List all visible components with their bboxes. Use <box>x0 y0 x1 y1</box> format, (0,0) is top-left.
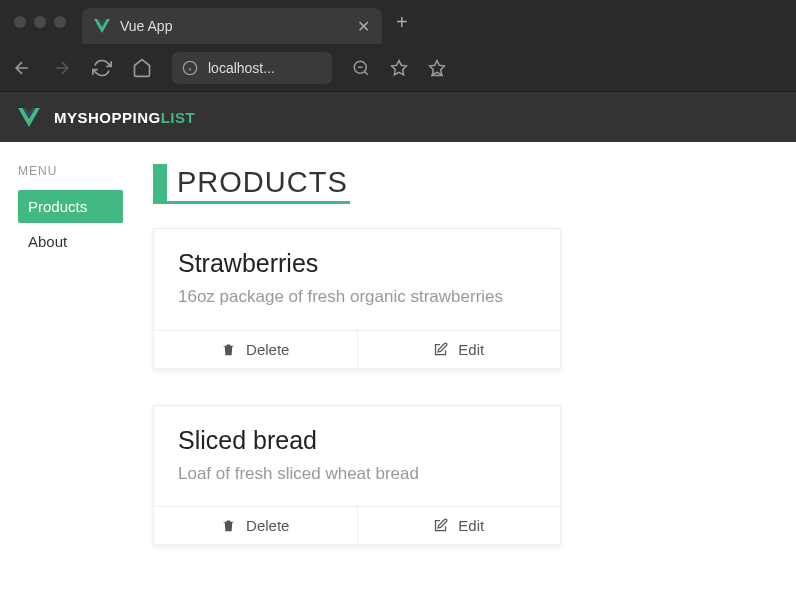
title-accent <box>153 164 167 201</box>
page-body: MENU Products About PRODUCTS Strawberrie… <box>0 142 796 594</box>
tab-bar: Vue App ✕ + <box>0 0 796 44</box>
reload-button[interactable] <box>92 58 112 78</box>
page-title-wrap: PRODUCTS <box>153 164 350 204</box>
product-card: Sliced bread Loaf of fresh sliced wheat … <box>153 405 561 546</box>
trash-icon <box>221 518 236 533</box>
tab-title: Vue App <box>120 18 347 34</box>
brand: MYSHOPPINGLIST <box>54 109 195 126</box>
maximize-window-icon[interactable] <box>54 16 66 28</box>
trash-icon <box>221 342 236 357</box>
edit-icon <box>433 342 448 357</box>
card-body: Sliced bread Loaf of fresh sliced wheat … <box>154 406 560 507</box>
sidebar-item-products[interactable]: Products <box>18 190 123 223</box>
home-button[interactable] <box>132 58 152 78</box>
sidebar-item-label: About <box>28 233 67 250</box>
delete-button[interactable]: Delete <box>154 331 357 368</box>
url-text: localhost... <box>208 60 275 76</box>
product-description: Loaf of fresh sliced wheat bread <box>178 461 536 487</box>
delete-button[interactable]: Delete <box>154 507 357 544</box>
vue-logo-icon <box>18 108 40 127</box>
sidebar-item-about[interactable]: About <box>18 225 123 258</box>
zoom-out-icon[interactable] <box>352 59 370 77</box>
edit-button[interactable]: Edit <box>357 507 561 544</box>
menu-label: MENU <box>18 164 123 178</box>
svg-line-4 <box>364 71 367 74</box>
brand-part2: SHOPPING <box>78 109 161 126</box>
forward-button[interactable] <box>52 58 72 78</box>
delete-label: Delete <box>246 341 289 358</box>
url-bar[interactable]: localhost... <box>172 52 332 84</box>
back-button[interactable] <box>12 58 32 78</box>
edit-button[interactable]: Edit <box>357 331 561 368</box>
close-tab-icon[interactable]: ✕ <box>357 17 370 36</box>
brand-part1: MY <box>54 109 78 126</box>
browser-chrome: Vue App ✕ + localhost... <box>0 0 796 92</box>
product-card: Strawberries 16oz package of fresh organ… <box>153 228 561 369</box>
bookmarks-list-icon[interactable] <box>428 59 446 77</box>
minimize-window-icon[interactable] <box>34 16 46 28</box>
app-header: MYSHOPPINGLIST <box>0 92 796 142</box>
new-tab-button[interactable]: + <box>396 11 408 34</box>
card-actions: Delete Edit <box>154 506 560 544</box>
svg-marker-7 <box>430 60 445 74</box>
edit-label: Edit <box>458 517 484 534</box>
browser-tab[interactable]: Vue App ✕ <box>82 8 382 44</box>
product-name: Strawberries <box>178 249 536 278</box>
info-icon <box>182 60 198 76</box>
browser-toolbar: localhost... <box>0 44 796 92</box>
window-controls <box>14 16 66 28</box>
bookmark-icon[interactable] <box>390 59 408 77</box>
edit-label: Edit <box>458 341 484 358</box>
sidebar: MENU Products About <box>18 164 123 572</box>
delete-label: Delete <box>246 517 289 534</box>
card-actions: Delete Edit <box>154 330 560 368</box>
page-title: PRODUCTS <box>175 164 350 201</box>
svg-marker-6 <box>392 60 407 74</box>
sidebar-item-label: Products <box>28 198 87 215</box>
main-content: PRODUCTS Strawberries 16oz package of fr… <box>153 164 778 572</box>
product-description: 16oz package of fresh organic strawberri… <box>178 284 536 310</box>
close-window-icon[interactable] <box>14 16 26 28</box>
product-name: Sliced bread <box>178 426 536 455</box>
card-body: Strawberries 16oz package of fresh organ… <box>154 229 560 330</box>
vue-favicon-icon <box>94 19 110 33</box>
edit-icon <box>433 518 448 533</box>
brand-part3: LIST <box>161 109 196 126</box>
